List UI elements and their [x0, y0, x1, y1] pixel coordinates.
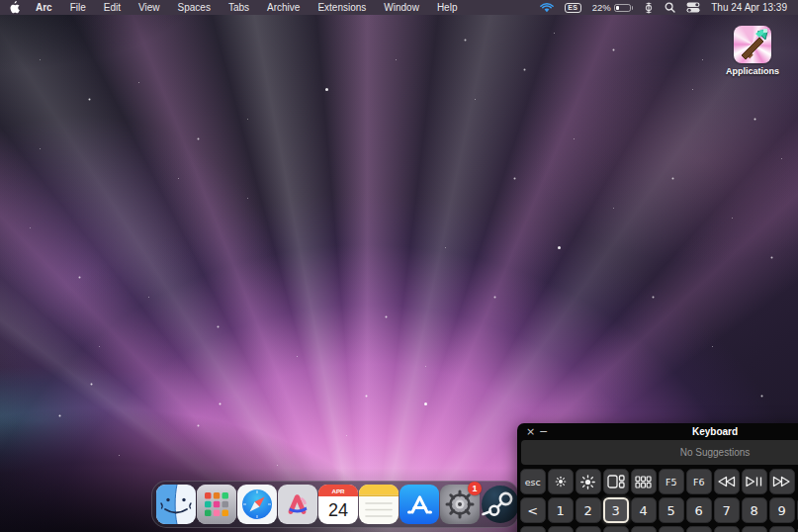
svg-text:APR: APR: [331, 488, 345, 494]
safari-icon: [237, 485, 277, 524]
key-row3-9[interactable]: [769, 526, 795, 532]
number-key-row: <1234567890: [520, 497, 798, 523]
key-6[interactable]: 6: [686, 497, 712, 523]
notification-badge: 1: [468, 482, 482, 495]
key-esc[interactable]: esc: [520, 469, 546, 494]
key-brightness-up[interactable]: [576, 469, 601, 494]
svg-text:24: 24: [328, 500, 348, 520]
keyboard-window-title: Keyboard: [517, 426, 798, 437]
steam-icon: [481, 485, 520, 524]
key-row3-6[interactable]: [686, 526, 712, 532]
menu-bar: ArcFileEditViewSpacesTabsArchiveExtensio…: [0, 0, 798, 15]
app-store-icon: [399, 485, 439, 524]
calendar-icon: APR24: [318, 485, 358, 524]
desktop-icon-label: Applications: [726, 66, 779, 76]
dock: APR241: [151, 481, 519, 528]
dock-item-arc[interactable]: [278, 485, 317, 524]
control-center-icon[interactable]: [686, 2, 700, 13]
menu-item-edit[interactable]: Edit: [95, 2, 130, 13]
dock-item-notes[interactable]: [359, 485, 399, 524]
dock-item-safari[interactable]: [237, 485, 277, 524]
notes-icon: [359, 485, 399, 524]
menu-bar-left: ArcFileEditViewSpacesTabsArchiveExtensio…: [10, 0, 466, 15]
key-row3-8[interactable]: [742, 526, 767, 532]
key-less-than[interactable]: <: [520, 497, 546, 523]
menu-item-spaces[interactable]: Spaces: [169, 2, 220, 13]
key-row3-0[interactable]: [520, 526, 546, 532]
key-mission-control[interactable]: [603, 469, 629, 494]
desktop-icon-applications[interactable]: Applications: [721, 26, 784, 76]
key-row3-4[interactable]: [631, 526, 657, 532]
no-suggestions-label: No Suggestions: [680, 447, 751, 458]
menu-bar-clock[interactable]: Thu 24 Apr 13:39: [711, 2, 787, 13]
dock-item-launchpad[interactable]: [197, 485, 236, 524]
dock-item-steam[interactable]: [481, 485, 520, 524]
key-9[interactable]: 9: [769, 497, 795, 523]
menu-item-arc[interactable]: Arc: [27, 2, 61, 13]
arc-icon: [278, 485, 317, 524]
launchpad-key-icon: [635, 476, 652, 488]
battery-percent-label: 22%: [592, 2, 611, 13]
menu-items: ArcFileEditViewSpacesTabsArchiveExtensio…: [27, 0, 466, 15]
dock-item-finder[interactable]: [156, 485, 196, 524]
menu-item-tabs[interactable]: Tabs: [220, 2, 258, 13]
third-key-row: [520, 526, 798, 532]
key-brightness-down[interactable]: [548, 469, 574, 494]
key-play-pause[interactable]: [742, 469, 767, 494]
launchpad-icon: [197, 485, 236, 524]
pickaxe-icon: [734, 26, 771, 63]
key-row3-5[interactable]: [659, 526, 684, 532]
keyboard-window: × − Keyboard No Suggestions escF5F6 <123…: [517, 423, 798, 532]
key-7[interactable]: 7: [714, 497, 740, 523]
brightness-up-icon: [579, 474, 596, 490]
menu-item-view[interactable]: View: [130, 2, 169, 13]
fast-forward-icon: [772, 476, 791, 488]
menu-item-help[interactable]: Help: [428, 2, 467, 13]
battery-status[interactable]: 22%: [592, 2, 634, 13]
wifi-icon[interactable]: [540, 3, 554, 13]
key-3[interactable]: 3: [603, 497, 629, 523]
accessibility-icon[interactable]: [644, 2, 654, 14]
key-f6[interactable]: F6: [686, 469, 712, 494]
key-2[interactable]: 2: [576, 497, 601, 523]
brightness-down-icon: [553, 474, 569, 489]
input-source-badge[interactable]: ES: [565, 3, 581, 13]
key-row3-3[interactable]: [603, 526, 629, 532]
menu-bar-status: ES 22% Thu 24 Apr 13:39: [540, 0, 787, 15]
mission-control-icon: [607, 475, 625, 488]
spotlight-search-icon[interactable]: [665, 2, 675, 13]
dock-item-system-settings[interactable]: 1: [440, 485, 480, 524]
key-4[interactable]: 4: [631, 497, 657, 523]
key-f5[interactable]: F5: [659, 469, 684, 494]
key-8[interactable]: 8: [742, 497, 767, 523]
keyboard-rows: escF5F6 <1234567890: [517, 465, 798, 532]
suggestion-bar: No Suggestions: [521, 440, 798, 465]
play-pause-icon: [745, 476, 763, 488]
menu-item-window[interactable]: Window: [375, 2, 428, 13]
key-row3-7[interactable]: [714, 526, 740, 532]
keyboard-window-titlebar: × − Keyboard: [517, 423, 798, 440]
battery-icon-nub: [632, 6, 634, 10]
key-launchpad-key[interactable]: [631, 469, 657, 494]
apple-menu-icon[interactable]: [10, 1, 27, 14]
menu-item-archive[interactable]: Archive: [258, 2, 309, 13]
rewind-icon: [717, 476, 736, 488]
key-rewind[interactable]: [714, 469, 740, 494]
dock-item-app-store[interactable]: [399, 485, 439, 524]
function-key-row: escF5F6: [520, 469, 798, 494]
finder-icon: [156, 485, 196, 524]
key-1[interactable]: 1: [548, 497, 574, 523]
menu-item-file[interactable]: File: [61, 2, 95, 13]
menu-item-extensions[interactable]: Extensions: [309, 2, 375, 13]
key-5[interactable]: 5: [659, 497, 684, 523]
desktop-screen: ArcFileEditViewSpacesTabsArchiveExtensio…: [0, 0, 798, 532]
battery-icon: [614, 4, 631, 12]
key-row3-2[interactable]: [576, 526, 601, 532]
key-row3-1[interactable]: [548, 526, 574, 532]
key-fast-forward[interactable]: [769, 469, 795, 494]
dock-item-calendar[interactable]: APR24: [318, 485, 358, 524]
